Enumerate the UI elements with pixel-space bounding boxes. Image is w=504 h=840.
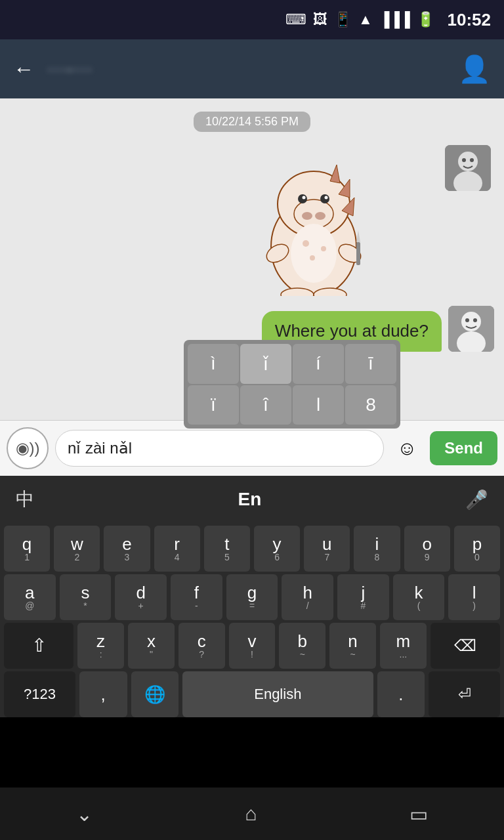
- key-m[interactable]: m...: [380, 623, 427, 669]
- key-d[interactable]: d+: [115, 574, 167, 620]
- status-icons: ⌨ 🖼 📱 ▲ ▐▐▐ 🔋 10:52: [285, 10, 491, 30]
- key-g[interactable]: g=: [226, 574, 278, 620]
- period-key[interactable]: .: [377, 671, 425, 717]
- key-x[interactable]: x": [128, 623, 175, 669]
- key-h[interactable]: h/: [282, 574, 333, 620]
- keyboard-mic-button[interactable]: 🎤: [455, 484, 499, 516]
- keyboard: 中 En 🎤 q1 w2 e3 r4 t5 y6 u7 i8 o9 p0 a@ …: [0, 476, 504, 717]
- tone-char-6[interactable]: î: [240, 385, 291, 425]
- emoji-icon: ☺: [397, 437, 417, 459]
- tone-char-5[interactable]: ï: [188, 385, 239, 425]
- svg-point-6: [320, 194, 329, 203]
- contact-name: ···-···: [47, 58, 445, 79]
- key-u[interactable]: u7: [304, 526, 350, 572]
- svg-point-4: [315, 212, 326, 220]
- globe-key[interactable]: 🌐: [131, 671, 179, 717]
- svg-point-7: [303, 196, 306, 200]
- keyboard-row-1: q1 w2 e3 r4 t5 y6 u7 i8 o9 p0: [4, 526, 500, 572]
- emoji-button[interactable]: ☺: [390, 432, 423, 465]
- key-w[interactable]: w2: [54, 526, 100, 572]
- key-k[interactable]: k(: [393, 574, 445, 620]
- timestamp-badge: 10/22/14 5:56 PM: [194, 112, 310, 132]
- svg-point-26: [470, 158, 474, 162]
- battery-icon: 🔋: [417, 11, 434, 28]
- key-s[interactable]: s*: [60, 574, 112, 620]
- message-input[interactable]: [55, 430, 384, 467]
- svg-point-3: [302, 212, 312, 220]
- key-a[interactable]: a@: [4, 574, 56, 620]
- my-avatar: [448, 306, 494, 352]
- key-n[interactable]: n~: [329, 623, 376, 669]
- app-bar: ← ···-··· 👤: [0, 39, 504, 98]
- enter-key[interactable]: ⏎: [429, 671, 500, 717]
- key-t[interactable]: t5: [204, 526, 250, 572]
- clock: 10:52: [448, 10, 492, 30]
- comma-key[interactable]: ,: [79, 671, 127, 717]
- svg-rect-14: [356, 242, 360, 265]
- nav-recents-button[interactable]: ▭: [410, 803, 428, 826]
- sender-avatar-sticker: [445, 145, 491, 191]
- keyboard-lang-row: 中 En 🎤: [0, 476, 504, 523]
- keyboard-row-4: ?123 , 🌐 English . ⏎: [4, 671, 500, 717]
- space-key[interactable]: English: [182, 671, 373, 717]
- tone-char-4[interactable]: ī: [345, 344, 396, 384]
- dino-sticker: [255, 145, 373, 296]
- nav-back-button[interactable]: ⌄: [76, 803, 93, 826]
- voice-icon: ◉)): [16, 439, 40, 457]
- key-b[interactable]: b~: [279, 623, 326, 669]
- send-button[interactable]: Send: [430, 431, 497, 465]
- key-r[interactable]: r4: [154, 526, 200, 572]
- keyboard-row-3: ⇧ z: x" c? v! b~ n~ m... ⌫: [4, 623, 500, 669]
- tone-char-1[interactable]: ì: [188, 344, 239, 384]
- svg-point-21: [310, 255, 315, 261]
- image-status-icon: 🖼: [313, 11, 327, 28]
- wifi-icon: ▲: [358, 11, 373, 28]
- key-o[interactable]: o9: [404, 526, 450, 572]
- timestamp-row: 10/22/14 5:56 PM: [0, 98, 504, 132]
- svg-point-25: [462, 158, 466, 162]
- svg-marker-9: [330, 165, 340, 183]
- backspace-key[interactable]: ⌫: [430, 623, 500, 669]
- english-mode-label: En: [45, 489, 455, 510]
- svg-marker-15: [356, 230, 360, 242]
- svg-point-30: [465, 318, 469, 322]
- shift-key[interactable]: ⇧: [4, 623, 74, 669]
- status-bar: ⌨ 🖼 📱 ▲ ▐▐▐ 🔋 10:52: [0, 0, 504, 39]
- profile-icon[interactable]: 👤: [458, 54, 491, 85]
- back-button[interactable]: ←: [13, 57, 34, 81]
- tone-char-7[interactable]: l: [293, 385, 344, 425]
- svg-point-5: [298, 194, 307, 203]
- key-l[interactable]: l): [448, 574, 500, 620]
- key-c[interactable]: c?: [178, 623, 225, 669]
- key-q[interactable]: q1: [4, 526, 50, 572]
- key-z[interactable]: z:: [77, 623, 124, 669]
- phone-status-icon: 📱: [334, 11, 352, 28]
- key-v[interactable]: v!: [229, 623, 276, 669]
- key-j[interactable]: j#: [337, 574, 389, 620]
- sticker-image: [255, 145, 438, 296]
- tone-char-8[interactable]: 8: [345, 385, 396, 425]
- svg-point-18: [291, 224, 337, 283]
- sticker-message: [0, 132, 504, 303]
- keyboard-status-icon: ⌨: [285, 11, 306, 28]
- keyboard-row-2: a@ s* d+ f- g= h/ j# k( l): [4, 574, 500, 620]
- key-f[interactable]: f-: [171, 574, 222, 620]
- tone-char-2[interactable]: ǐ: [240, 344, 291, 384]
- signal-icon: ▐▐▐: [379, 11, 410, 28]
- voice-button[interactable]: ◉)): [7, 427, 49, 469]
- chinese-mode-button[interactable]: 中: [5, 482, 45, 517]
- svg-point-19: [303, 240, 309, 247]
- tone-picker-popup: ì ǐ í ī ï î l 8: [184, 340, 400, 429]
- key-p[interactable]: p0: [454, 526, 500, 572]
- svg-point-20: [321, 246, 326, 251]
- numbers-key[interactable]: ?123: [4, 671, 75, 717]
- svg-point-8: [325, 196, 328, 200]
- nav-home-button[interactable]: ⌂: [245, 803, 257, 825]
- svg-point-31: [473, 318, 477, 322]
- key-y[interactable]: y6: [254, 526, 300, 572]
- key-i[interactable]: i8: [354, 526, 400, 572]
- nav-bar: ⌄ ⌂ ▭: [0, 788, 504, 840]
- tone-char-3[interactable]: í: [293, 344, 344, 384]
- key-e[interactable]: e3: [104, 526, 150, 572]
